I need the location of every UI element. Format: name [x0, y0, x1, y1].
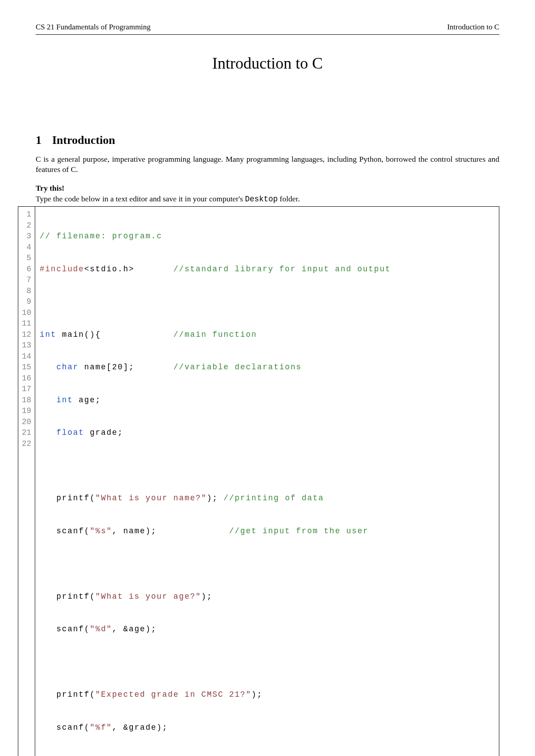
line-numbers: 12345678910111213141516171819202122 — [18, 207, 35, 756]
page-title: Introduction to C — [36, 53, 499, 74]
header-left: CS 21 Fundamentals of Programming — [36, 22, 151, 33]
code-listing: 12345678910111213141516171819202122 // f… — [18, 206, 499, 756]
code-body: // filename: program.c #include<stdio.h>… — [35, 207, 499, 756]
intro-paragraph: C is a general purpose, imperative progr… — [36, 154, 499, 175]
page-header: CS 21 Fundamentals of Programming Introd… — [36, 22, 499, 35]
section-1-heading: 1Introduction — [36, 132, 499, 148]
header-right: Introduction to C — [447, 22, 499, 33]
section-number: 1 — [36, 134, 41, 147]
section-title: Introduction — [52, 134, 115, 147]
try-this-label: Try this! — [36, 183, 499, 194]
try-this-block: Try this! Type the code below in a text … — [36, 183, 499, 204]
try-this-text: Type the code below in a text editor and… — [36, 194, 499, 205]
